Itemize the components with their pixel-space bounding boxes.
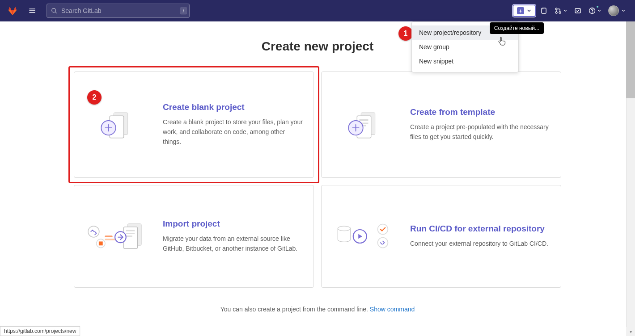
card-create-from-template[interactable]: Create from template Create a project pr… <box>321 71 561 178</box>
avatar <box>608 5 619 16</box>
header-right: + <box>513 4 628 17</box>
card-title: Import project <box>163 219 303 229</box>
footer-text: You can also create a project from the c… <box>0 306 635 313</box>
plus-icon: + <box>517 7 524 14</box>
svg-rect-18 <box>126 230 135 231</box>
cicd-icon <box>332 216 399 256</box>
card-content: Run CI/CD for external repository Connec… <box>410 224 548 249</box>
card-create-blank-project[interactable]: Create blank project Create a blank proj… <box>74 71 314 178</box>
scrollbar-down-arrow[interactable]: ▾ <box>626 327 635 336</box>
annotation-badge-2: 2 <box>87 90 102 105</box>
card-wrap-cicd: Run CI/CD for external repository Connec… <box>321 185 561 288</box>
merge-requests-button[interactable] <box>552 4 570 17</box>
card-description: Create a blank project to store your fil… <box>163 118 303 147</box>
user-menu[interactable] <box>606 4 628 17</box>
chevron-down-icon <box>597 9 601 13</box>
search-input[interactable] <box>47 4 190 18</box>
card-content: Import project Migrate your data from an… <box>163 219 303 253</box>
chevron-down-icon <box>622 9 625 13</box>
card-wrap-import: Import project Migrate your data from an… <box>74 185 314 288</box>
page-title: Create new project <box>0 39 635 54</box>
svg-point-31 <box>377 224 388 235</box>
status-bar-url: https://gitlab.com/projects/new <box>0 326 80 336</box>
issues-button[interactable] <box>538 4 550 17</box>
svg-point-4 <box>559 12 561 13</box>
svg-point-3 <box>555 12 557 13</box>
svg-point-27 <box>338 226 350 231</box>
card-content: Create from template Create a project pr… <box>410 107 550 142</box>
scrollbar[interactable]: ▴ ▾ <box>626 0 635 336</box>
card-title: Create blank project <box>163 102 303 112</box>
blank-project-icon <box>85 105 152 145</box>
svg-rect-23 <box>99 241 103 245</box>
search-kbd-hint: / <box>180 7 187 15</box>
card-description: Connect your external repository to GitL… <box>410 239 548 249</box>
header-bar: / + <box>0 0 635 21</box>
card-run-cicd-external[interactable]: Run CI/CD for external repository Connec… <box>321 185 561 288</box>
svg-rect-20 <box>126 235 132 237</box>
card-wrap-blank: 2 Create blank project Create a blank pr… <box>74 71 314 178</box>
footer-text-label: You can also create a project from the c… <box>220 306 370 313</box>
search-icon <box>51 8 57 14</box>
card-description: Create a project pre-populated with the … <box>410 122 550 142</box>
svg-point-2 <box>555 8 557 10</box>
help-button[interactable] <box>586 4 604 17</box>
todos-button[interactable] <box>572 4 584 17</box>
svg-rect-19 <box>126 233 135 234</box>
show-command-link[interactable]: Show command <box>370 306 415 313</box>
chevron-down-icon <box>527 8 531 13</box>
card-import-project[interactable]: Import project Migrate your data from an… <box>74 185 314 288</box>
dropdown-item-new-group[interactable]: New group <box>412 40 518 54</box>
svg-rect-24 <box>105 235 113 237</box>
dropdown-item-new-snippet[interactable]: New snippet <box>412 54 518 68</box>
search-container: / <box>47 4 190 18</box>
svg-rect-12 <box>360 119 369 121</box>
import-icon <box>85 216 152 256</box>
card-description: Migrate your data from an external sourc… <box>163 234 303 253</box>
hamburger-menu-icon[interactable] <box>25 4 39 18</box>
main-content: Create new project 2 Cr <box>0 21 635 313</box>
card-wrap-template: Create from template Create a project pr… <box>321 71 561 178</box>
template-icon <box>332 105 399 145</box>
tooltip: Создайте новый... <box>490 22 544 34</box>
gitlab-logo-icon[interactable] <box>7 5 18 16</box>
card-content: Create blank project Create a blank proj… <box>163 102 303 147</box>
notification-dot-icon <box>596 5 599 8</box>
chevron-down-icon <box>564 9 567 13</box>
svg-point-32 <box>377 238 388 248</box>
card-title: Create from template <box>410 107 550 117</box>
scrollbar-thumb[interactable] <box>626 9 635 98</box>
card-title: Run CI/CD for external repository <box>410 224 548 234</box>
svg-rect-5 <box>575 8 580 13</box>
new-dropdown-button[interactable]: + <box>513 4 536 17</box>
annotation-badge-1: 1 <box>398 26 413 41</box>
svg-rect-1 <box>542 8 546 13</box>
